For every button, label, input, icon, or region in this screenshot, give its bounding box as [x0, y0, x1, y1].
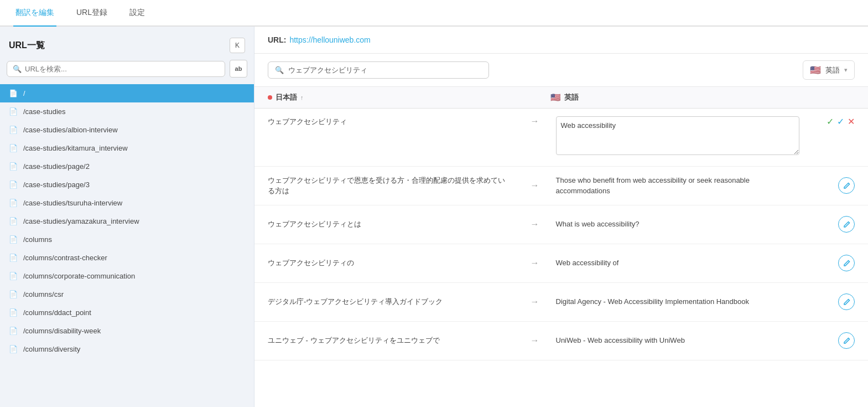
url-search-box[interactable]: 🔍: [7, 61, 225, 77]
url-link[interactable]: https://hellouniweb.com: [289, 35, 370, 44]
filter-search-input[interactable]: [288, 66, 482, 74]
url-item-label: /columns/disability-week: [23, 327, 101, 335]
table-row: ユニウェブ - ウェブアクセシビリティをユニウェブで → UniWeb - We…: [254, 322, 868, 360]
edit-button[interactable]: [838, 255, 855, 271]
collapse-button[interactable]: K: [230, 38, 245, 53]
arrow-icon: →: [518, 181, 552, 190]
url-item-label: /case-studies: [23, 107, 66, 116]
chevron-down-icon: ▾: [844, 66, 848, 74]
url-item-ddact[interactable]: 📄 /columns/ddact_point: [0, 303, 254, 322]
en-text: UniWeb - Web accessibility with UniWeb: [552, 335, 800, 346]
doc-icon: 📄: [9, 217, 18, 225]
url-item-label: /columns/ddact_point: [23, 308, 91, 317]
cancel-icon[interactable]: ✕: [848, 116, 855, 127]
row-actions: [799, 255, 855, 271]
translation-table: 日本語 ↑ 🇺🇸 英語 ウェブアクセシビリティ → Web accessibil…: [254, 87, 868, 407]
flag-icon: 🇺🇸: [810, 65, 821, 75]
url-item-tsuruha[interactable]: 📄 /case-studies/tsuruha-interview: [0, 194, 254, 212]
en-text: Web accessibility of: [552, 257, 800, 269]
arrow-icon: →: [518, 116, 552, 126]
url-item-kitamura[interactable]: 📄 /case-studies/kitamura_interview: [0, 139, 254, 157]
table-row: ウェブアクセシビリティで恩恵を受ける方・合理的配慮の提供を求めている方は → T…: [254, 167, 868, 205]
edit-button[interactable]: [838, 216, 855, 233]
url-item-yamazakura[interactable]: 📄 /case-studies/yamazakura_interview: [0, 212, 254, 230]
jp-text: ウェブアクセシビリティの: [268, 257, 518, 269]
table-row: デジタル庁-ウェブアクセシビリティ導入ガイドブック → Digital Agen…: [254, 283, 868, 322]
en-text: Those who benefit from web accessibility…: [552, 175, 800, 197]
arrow-icon: →: [518, 336, 552, 346]
url-label: URL:: [268, 35, 286, 44]
jp-col-label: 日本語: [276, 92, 297, 102]
en-text: What is web accessibility?: [552, 219, 800, 230]
row-actions: [799, 293, 855, 310]
url-item-root[interactable]: 📄 /: [0, 84, 254, 102]
nav-tab-edit[interactable]: 翻訳を編集: [13, 0, 56, 27]
url-item-albion[interactable]: 📄 /case-studies/albion-interview: [0, 121, 254, 139]
edit-button[interactable]: [838, 177, 855, 194]
jp-text: ウェブアクセシビリティ: [268, 116, 518, 127]
url-item-label: /case-studies/kitamura_interview: [23, 144, 128, 152]
url-list: 📄 / 📄 /case-studies 📄 /case-studies/albi…: [0, 84, 254, 407]
url-item-diversity[interactable]: 📄 /columns/diversity: [0, 340, 254, 358]
sort-icon[interactable]: ↑: [300, 94, 304, 101]
lang-selector[interactable]: 🇺🇸 英語 ▾: [803, 60, 855, 80]
translation-textarea[interactable]: Web accessibility: [556, 116, 800, 155]
url-item-label: /case-studies/yamazakura_interview: [23, 217, 139, 225]
url-item-contrast-checker[interactable]: 📄 /columns/contrast-checker: [0, 249, 254, 267]
sidebar-title: URL一覧: [9, 40, 45, 51]
doc-icon: 📄: [9, 89, 18, 97]
url-item-label: /columns/corporate-communication: [23, 272, 135, 280]
url-item-columns[interactable]: 📄 /columns: [0, 230, 254, 249]
jp-text: ウェブアクセシビリティで恩恵を受ける方・合理的配慮の提供を求めている方は: [268, 175, 518, 197]
edit-button[interactable]: [838, 332, 855, 349]
doc-icon: 📄: [9, 181, 18, 189]
top-nav: 翻訳を編集 URL登録 設定: [0, 0, 868, 27]
jp-text: デジタル庁-ウェブアクセシビリティ導入ガイドブック: [268, 296, 518, 307]
jp-text: ウェブアクセシビリティとは: [268, 219, 518, 230]
filter-search-box[interactable]: 🔍: [268, 61, 489, 79]
doc-icon: 📄: [9, 199, 18, 207]
en-text: Web accessibility: [552, 116, 800, 158]
edit-button[interactable]: [838, 293, 855, 310]
table-header: 日本語 ↑ 🇺🇸 英語: [254, 87, 868, 109]
doc-icon: 📄: [9, 272, 18, 280]
doc-icon: 📄: [9, 327, 18, 335]
url-item-page2[interactable]: 📄 /case-studies/page/2: [0, 157, 254, 176]
sidebar-header: URL一覧 K: [0, 38, 254, 60]
us-flag-icon: 🇺🇸: [550, 92, 561, 102]
main-layout: URL一覧 K 🔍 ab 📄 / 📄 /case-studies 📄 /case…: [0, 27, 868, 407]
confirm-blue-icon[interactable]: ✓: [837, 116, 844, 127]
url-item-disability-week[interactable]: 📄 /columns/disability-week: [0, 322, 254, 340]
url-item-label: /case-studies/page/3: [23, 181, 90, 189]
col-jp-header: 日本語 ↑: [268, 92, 517, 102]
arrow-icon: →: [518, 258, 552, 268]
row-actions: ✓ ✓ ✕: [799, 116, 855, 127]
nav-tab-url[interactable]: URL登録: [74, 0, 110, 27]
confirm-icon[interactable]: ✓: [827, 116, 834, 127]
doc-icon: 📄: [9, 126, 18, 134]
doc-icon: 📄: [9, 144, 18, 152]
search-icon: 🔍: [13, 65, 22, 73]
url-item-page3[interactable]: 📄 /case-studies/page/3: [0, 176, 254, 194]
jp-text: ユニウェブ - ウェブアクセシビリティをユニウェブで: [268, 335, 518, 346]
row-actions: [799, 177, 855, 194]
doc-icon: 📄: [9, 254, 18, 262]
red-dot: [268, 95, 272, 100]
col-en-header: 🇺🇸 英語: [550, 92, 800, 102]
url-item-csr[interactable]: 📄 /columns/csr: [0, 285, 254, 303]
doc-icon: 📄: [9, 290, 18, 298]
lang-label: 英語: [825, 65, 840, 75]
url-item-label: /case-studies/tsuruha-interview: [23, 199, 122, 207]
url-item-label: /case-studies/page/2: [23, 162, 90, 171]
arrow-icon: →: [518, 219, 552, 229]
url-item-label: /case-studies/albion-interview: [23, 126, 118, 134]
doc-icon: 📄: [9, 345, 18, 353]
en-text: Digital Agency - Web Accessibility Imple…: [552, 296, 800, 307]
url-item-case-studies[interactable]: 📄 /case-studies: [0, 102, 254, 121]
url-search-input[interactable]: [25, 65, 219, 73]
url-item-label: /columns/contrast-checker: [23, 254, 107, 262]
ab-button[interactable]: ab: [230, 60, 247, 78]
url-item-corporate[interactable]: 📄 /columns/corporate-communication: [0, 267, 254, 285]
panel-header: URL: https://hellouniweb.com: [254, 27, 868, 54]
nav-tab-settings[interactable]: 設定: [127, 0, 147, 27]
